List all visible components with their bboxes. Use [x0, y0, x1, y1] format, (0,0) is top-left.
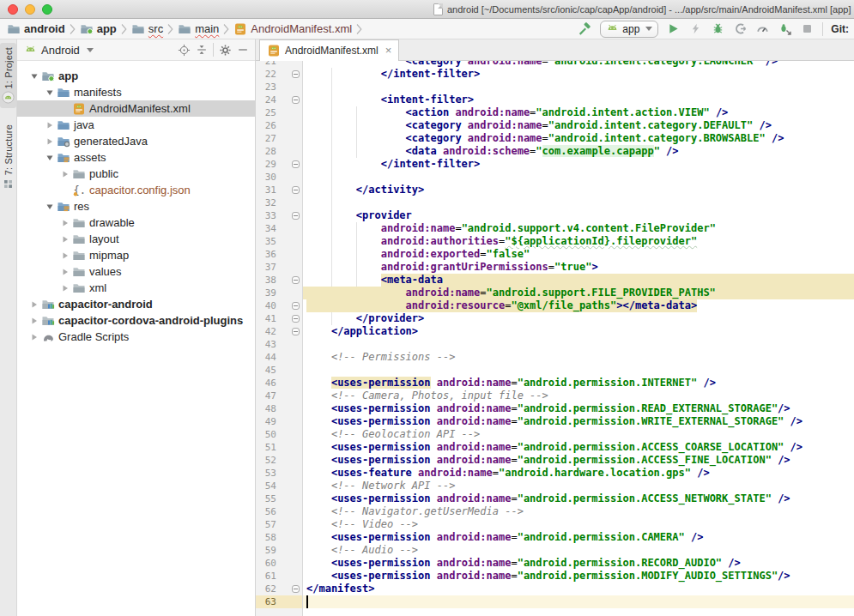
- fold-marker-icon[interactable]: [292, 186, 300, 194]
- fold-marker-icon[interactable]: [292, 302, 300, 310]
- line-number[interactable]: 49: [256, 415, 276, 428]
- coverage-icon[interactable]: [733, 21, 748, 36]
- tree-expanded-arrow-icon[interactable]: [45, 202, 55, 211]
- tree-item-xml[interactable]: xml: [17, 280, 255, 296]
- code-line[interactable]: android:authorities="${applicationId}.fi…: [303, 235, 854, 248]
- line-number[interactable]: 43: [256, 338, 276, 351]
- code-line[interactable]: <uses-permission android:name="android.p…: [303, 377, 854, 390]
- line-number[interactable]: 25: [256, 106, 276, 119]
- tree-item-capacitor-config-json[interactable]: {..}capacitor.config.json: [17, 182, 255, 198]
- code-line[interactable]: </intent-filter>: [303, 158, 854, 171]
- line-number[interactable]: 34: [256, 222, 276, 235]
- tree-item-app[interactable]: app: [17, 68, 255, 84]
- code-line[interactable]: <data android:scheme="com.example.capapp…: [303, 145, 854, 158]
- code-line[interactable]: <category android:name="android.intent.c…: [303, 61, 854, 68]
- breadcrumb-item[interactable]: AndroidManifest.xml: [233, 22, 352, 36]
- tool-window-button--project[interactable]: 1: Project: [0, 43, 16, 108]
- code-line[interactable]: <category android:name="android.intent.c…: [303, 132, 854, 145]
- tree-collapsed-arrow-icon[interactable]: [45, 137, 55, 146]
- tree-collapsed-arrow-icon[interactable]: [60, 170, 70, 178]
- fold-marker-icon[interactable]: [292, 276, 300, 284]
- code-line[interactable]: <!-- Permissions -->: [303, 351, 854, 364]
- line-number[interactable]: 36: [256, 248, 276, 261]
- code-line[interactable]: <intent-filter>: [303, 94, 854, 106]
- line-number[interactable]: 30: [256, 171, 276, 184]
- line-number[interactable]: 29: [256, 158, 276, 171]
- line-number[interactable]: 28: [256, 145, 276, 158]
- tree-item-mipmap[interactable]: mipmap: [17, 247, 255, 263]
- tree-item-capacitor-cordova-android-plugins[interactable]: capacitor-cordova-android-plugins: [17, 312, 255, 329]
- code-line[interactable]: <uses-feature android:name="android.hard…: [303, 467, 854, 480]
- line-number[interactable]: 46: [256, 377, 276, 390]
- line-number[interactable]: 37: [256, 261, 276, 274]
- breadcrumb-item[interactable]: android: [7, 22, 65, 36]
- tree-item-layout[interactable]: layout: [17, 231, 255, 247]
- tree-item-manifests[interactable]: manifests: [17, 84, 255, 100]
- code-line[interactable]: android:name="android.support.FILE_PROVI…: [303, 287, 854, 299]
- line-number[interactable]: 56: [256, 505, 276, 518]
- line-number[interactable]: 38: [256, 274, 276, 287]
- tree-collapsed-arrow-icon[interactable]: [60, 235, 70, 244]
- code-line[interactable]: <uses-permission android:name="android.p…: [303, 492, 854, 505]
- debug-button[interactable]: [711, 21, 725, 36]
- fold-marker-icon[interactable]: [292, 160, 300, 168]
- code-line[interactable]: <meta-data: [303, 274, 854, 287]
- fold-marker-icon[interactable]: [292, 96, 300, 104]
- breadcrumb-item[interactable]: src: [131, 22, 163, 36]
- code-line[interactable]: <uses-permission android:name="android.p…: [303, 531, 854, 544]
- line-number[interactable]: 44: [256, 351, 276, 364]
- line-number[interactable]: 23: [256, 81, 276, 94]
- close-tab-icon[interactable]: ×: [385, 46, 392, 55]
- line-number[interactable]: 59: [256, 544, 276, 557]
- close-window-button[interactable]: [8, 4, 18, 15]
- line-number[interactable]: 27: [256, 132, 276, 145]
- line-number[interactable]: 60: [256, 557, 276, 570]
- attach-debugger-icon[interactable]: [778, 21, 792, 36]
- tree-item-values[interactable]: values: [17, 263, 255, 280]
- tree-expanded-arrow-icon[interactable]: [45, 88, 55, 97]
- code-line[interactable]: <!-- Navigator.getUserMedia -->: [303, 505, 854, 518]
- line-number[interactable]: 55: [256, 492, 276, 505]
- code-line[interactable]: <uses-permission android:name="android.p…: [303, 415, 854, 428]
- tree-collapsed-arrow-icon[interactable]: [45, 121, 55, 130]
- tab-androidmanifest[interactable]: AndroidManifest.xml ×: [259, 39, 399, 61]
- line-number[interactable]: 40: [256, 299, 276, 312]
- code-line[interactable]: [303, 595, 854, 608]
- code-line[interactable]: <!-- Camera, Photos, input file -->: [303, 390, 854, 402]
- line-number[interactable]: 57: [256, 518, 276, 531]
- tree-collapsed-arrow-icon[interactable]: [29, 333, 39, 341]
- line-number[interactable]: 42: [256, 325, 276, 338]
- minimize-window-button[interactable]: [25, 4, 35, 15]
- tree-expanded-arrow-icon[interactable]: [45, 154, 55, 162]
- apply-changes-icon[interactable]: [688, 21, 703, 36]
- tree-item-drawable[interactable]: drawable: [17, 214, 255, 231]
- code-line[interactable]: [303, 196, 854, 209]
- code-line[interactable]: [303, 364, 854, 377]
- code-line[interactable]: <!-- Audio -->: [303, 544, 854, 557]
- tree-item-generatedjava[interactable]: generatedJava: [17, 133, 255, 149]
- code-line[interactable]: <!-- Video -->: [303, 518, 854, 531]
- zoom-window-button[interactable]: [42, 4, 52, 15]
- run-button[interactable]: [666, 21, 681, 36]
- line-number[interactable]: 54: [256, 480, 276, 492]
- line-number[interactable]: 50: [256, 428, 276, 441]
- code-line[interactable]: <uses-permission android:name="android.p…: [303, 570, 854, 583]
- breadcrumb-item[interactable]: app: [80, 22, 117, 36]
- fold-marker-icon[interactable]: [292, 70, 300, 78]
- tree-item-assets[interactable]: assets: [17, 149, 255, 166]
- line-number[interactable]: 33: [256, 209, 276, 222]
- code-area[interactable]: <category android:name="android.intent.c…: [303, 61, 854, 616]
- code-line[interactable]: </manifest>: [303, 583, 854, 595]
- line-number[interactable]: 45: [256, 364, 276, 377]
- build-hammer-icon[interactable]: [578, 21, 592, 36]
- line-number[interactable]: 24: [256, 94, 276, 106]
- code-line[interactable]: <uses-permission android:name="android.p…: [303, 454, 854, 467]
- tree-collapsed-arrow-icon[interactable]: [60, 219, 70, 227]
- code-line[interactable]: </activity>: [303, 184, 854, 196]
- settings-gear-icon[interactable]: [218, 43, 232, 57]
- fold-marker-icon[interactable]: [292, 328, 300, 335]
- breadcrumb-item[interactable]: main: [178, 22, 219, 36]
- line-number[interactable]: 26: [256, 119, 276, 132]
- tool-window-button--structure[interactable]: 7: Structure: [1, 120, 15, 193]
- tree-collapsed-arrow-icon[interactable]: [29, 300, 39, 309]
